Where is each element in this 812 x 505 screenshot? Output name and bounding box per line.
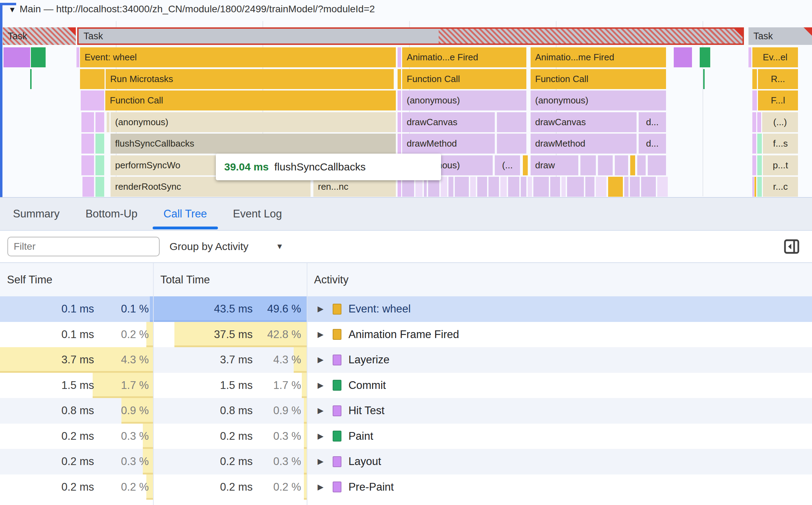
flame-bar[interactable] — [488, 177, 499, 197]
table-row[interactable]: 0.1 ms0.1 %43.5 ms49.6 %▶Event: wheel — [0, 296, 812, 322]
flame-bar[interactable] — [641, 177, 656, 197]
flame-bar[interactable] — [398, 134, 401, 154]
flame-bar[interactable]: Animatio...me Fired — [531, 47, 666, 67]
expand-arrow-icon[interactable]: ▶ — [318, 330, 324, 339]
expand-arrow-icon[interactable]: ▶ — [318, 355, 324, 364]
flame-bar[interactable]: (... — [495, 155, 520, 175]
flame-bar[interactable]: Function Call — [531, 69, 666, 89]
flame-bar[interactable]: (anonymous) — [111, 112, 396, 132]
show-sidebar-button[interactable] — [783, 238, 801, 255]
flame-bar[interactable] — [95, 134, 104, 154]
flame-bar[interactable] — [398, 69, 401, 89]
flame-bar[interactable] — [81, 112, 94, 132]
table-row[interactable]: 0.2 ms0.3 %0.2 ms0.3 %▶Paint — [0, 424, 812, 449]
flame-chart[interactable]: ▼Main — http://localhost:34000/zh_CN/mod… — [0, 0, 812, 197]
flame-bar[interactable] — [615, 155, 628, 175]
flame-bar[interactable] — [441, 177, 447, 197]
flame-bar[interactable] — [95, 155, 104, 175]
flame-bar[interactable] — [95, 112, 104, 132]
flame-bar[interactable] — [757, 134, 762, 154]
flame-bar[interactable] — [752, 155, 756, 175]
flame-bar[interactable]: draw — [531, 155, 578, 175]
collapse-track-icon[interactable]: ▼ — [8, 5, 16, 14]
flame-bar[interactable] — [561, 177, 566, 197]
flame-bar[interactable] — [648, 155, 666, 175]
flame-bar[interactable] — [80, 69, 105, 89]
flame-bar[interactable]: Function Call — [402, 69, 526, 89]
flame-bar[interactable] — [4, 47, 30, 67]
flame-bar[interactable] — [455, 177, 469, 197]
flame-bar[interactable] — [703, 69, 705, 89]
flame-bar[interactable] — [95, 177, 104, 197]
expand-arrow-icon[interactable]: ▶ — [318, 304, 324, 314]
table-row[interactable]: 0.2 ms0.3 %0.2 ms0.3 %▶Layout — [0, 449, 812, 474]
flame-bar[interactable]: drawCanvas — [402, 112, 495, 132]
flame-bar[interactable] — [757, 155, 762, 175]
table-row[interactable]: 0.2 ms0.2 %0.2 ms0.2 %▶Pre-Paint — [0, 474, 812, 500]
flame-bar[interactable]: d... — [639, 134, 666, 154]
expand-arrow-icon[interactable]: ▶ — [318, 457, 324, 466]
flame-bar[interactable] — [528, 177, 532, 197]
tab-bottom-up[interactable]: Bottom-Up — [73, 198, 151, 230]
flame-bar[interactable] — [624, 177, 628, 197]
expand-arrow-icon[interactable]: ▶ — [318, 432, 324, 441]
flame-bar[interactable]: Function Call — [105, 90, 396, 110]
flame-bar[interactable] — [398, 90, 401, 110]
table-row[interactable]: 3.7 ms4.3 %3.7 ms4.3 %▶Layerize — [0, 347, 812, 373]
flame-bar[interactable] — [657, 177, 668, 197]
flame-bar[interactable] — [550, 177, 560, 197]
flame-bar[interactable] — [752, 90, 757, 110]
flame-bar[interactable] — [637, 155, 646, 175]
flame-bar[interactable] — [81, 155, 94, 175]
tab-call-tree[interactable]: Call Tree — [151, 198, 220, 230]
expand-arrow-icon[interactable]: ▶ — [318, 483, 324, 492]
flame-bar[interactable] — [107, 112, 109, 132]
task-bar[interactable]: Task — [77, 27, 744, 45]
flame-bar[interactable] — [608, 177, 623, 197]
flame-bar[interactable] — [521, 177, 526, 197]
flame-bar[interactable] — [477, 177, 487, 197]
flame-bar[interactable] — [630, 155, 635, 175]
flame-bar[interactable] — [81, 134, 94, 154]
flame-bar[interactable] — [497, 134, 526, 154]
track-title[interactable]: ▼Main — http://localhost:34000/zh_CN/mod… — [8, 4, 375, 15]
flame-bar[interactable] — [752, 134, 756, 154]
flame-bar[interactable] — [508, 177, 519, 197]
flame-bar[interactable] — [30, 69, 32, 89]
task-bar[interactable]: Task — [3, 27, 76, 45]
tab-summary[interactable]: Summary — [0, 198, 73, 230]
expand-arrow-icon[interactable]: ▶ — [318, 381, 324, 390]
flame-bar[interactable]: (anonymous) — [402, 90, 526, 110]
flame-bar[interactable] — [497, 112, 526, 132]
flame-bar[interactable] — [470, 177, 476, 197]
flame-bar[interactable] — [585, 177, 594, 197]
table-row[interactable]: 0.1 ms0.2 %37.5 ms42.8 %▶Animation Frame… — [0, 322, 812, 348]
flame-bar[interactable]: drawMethod — [531, 134, 637, 154]
column-resizer[interactable] — [153, 263, 154, 505]
flame-bar[interactable] — [700, 47, 710, 67]
flame-bar[interactable] — [398, 112, 401, 132]
flame-bar[interactable] — [82, 177, 94, 197]
flame-bar[interactable]: (anonymous) — [531, 90, 666, 110]
flame-bar[interactable]: drawMethod — [402, 134, 495, 154]
column-header-self-time[interactable]: Self Time — [7, 274, 52, 286]
flame-bar[interactable]: d... — [639, 112, 666, 132]
column-header-total-time[interactable]: Total Time — [160, 274, 210, 286]
group-by-select[interactable]: Group by Activity ▼ — [169, 241, 284, 252]
flame-bar[interactable] — [752, 177, 754, 197]
tab-event-log[interactable]: Event Log — [220, 198, 295, 230]
flame-bar[interactable]: drawCanvas — [531, 112, 637, 132]
flame-bar[interactable] — [500, 177, 507, 197]
flame-bar[interactable] — [398, 47, 401, 67]
column-header-activity[interactable]: Activity — [314, 274, 348, 286]
flame-bar[interactable] — [752, 69, 757, 89]
flame-bar[interactable] — [598, 155, 613, 175]
flame-bar[interactable]: r...c — [763, 177, 798, 197]
task-bar[interactable]: Task — [748, 27, 812, 45]
flame-bar[interactable] — [567, 177, 584, 197]
flame-bar[interactable]: Ev...el — [752, 47, 798, 67]
flame-bar[interactable]: f...s — [763, 134, 798, 154]
flame-bar[interactable] — [748, 47, 751, 67]
flame-bar[interactable] — [523, 155, 528, 175]
expand-arrow-icon[interactable]: ▶ — [318, 406, 324, 415]
